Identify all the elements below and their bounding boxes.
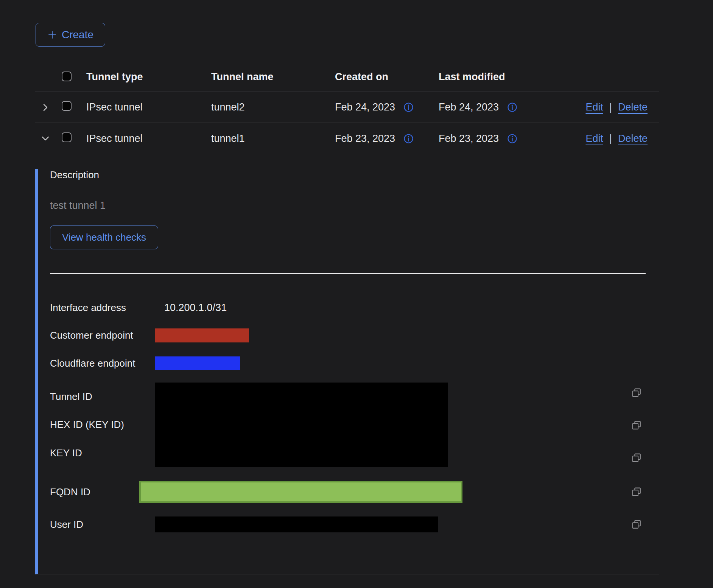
tunnels-page: Create Tunnel type Tunnel name Created o…	[0, 0, 713, 588]
view-health-checks-button[interactable]: View health checks	[50, 226, 158, 249]
interface-address-label: Interface address	[50, 302, 155, 314]
cell-last-modified: Feb 23, 2023	[439, 133, 499, 145]
copy-hex-id-button[interactable]	[631, 420, 642, 431]
cell-created-on: Feb 23, 2023	[335, 133, 395, 145]
actions-separator: |	[609, 101, 612, 113]
fqdn-id-redacted-value	[139, 481, 462, 503]
copy-user-id-button[interactable]	[631, 519, 642, 530]
cell-tunnel-name: tunnel1	[211, 133, 335, 145]
copy-tunnel-id-button[interactable]	[631, 387, 642, 398]
description-value: test tunnel 1	[50, 200, 646, 212]
cloudflare-endpoint-label: Cloudflare endpoint	[50, 358, 155, 369]
edit-link[interactable]: Edit	[585, 133, 603, 145]
select-all-checkbox[interactable]	[62, 72, 72, 81]
key-id-label: KEY ID	[50, 439, 155, 467]
cell-tunnel-name: tunnel2	[211, 101, 335, 113]
row-checkbox[interactable]	[62, 132, 72, 142]
copy-icon	[631, 387, 642, 398]
edit-link[interactable]: Edit	[585, 101, 603, 113]
fqdn-id-label: FQDN ID	[50, 486, 139, 498]
panel-divider	[50, 273, 646, 274]
detail-row-customer-endpoint: Customer endpoint	[50, 322, 646, 349]
copy-icon	[631, 519, 642, 530]
table-header-row: Tunnel type Tunnel name Created on Last …	[35, 62, 659, 92]
copy-icon	[631, 453, 642, 463]
cell-last-modified: Feb 24, 2023	[439, 101, 499, 113]
column-header-created-on: Created on	[335, 71, 439, 83]
copy-key-id-button[interactable]	[631, 453, 642, 463]
copy-icon	[631, 420, 642, 431]
delete-link[interactable]: Delete	[618, 101, 648, 113]
create-button[interactable]: Create	[36, 23, 105, 47]
detail-row-interface-address: Interface address 10.200.1.0/31	[50, 294, 646, 322]
detail-row-user-id: User ID	[50, 516, 646, 532]
cloudflare-endpoint-redacted-value	[155, 356, 240, 370]
user-id-label: User ID	[50, 519, 155, 530]
info-icon[interactable]	[507, 102, 517, 112]
cell-tunnel-type: IPsec tunnel	[86, 133, 211, 145]
cell-tunnel-type: IPsec tunnel	[86, 101, 211, 113]
description-label: Description	[50, 169, 646, 181]
delete-link[interactable]: Delete	[618, 133, 648, 145]
row-checkbox[interactable]	[62, 101, 72, 111]
create-button-label: Create	[62, 29, 93, 41]
chevron-down-icon	[40, 134, 50, 143]
plus-icon	[47, 30, 57, 40]
expand-row-button[interactable]	[40, 103, 50, 112]
detail-row-fqdn-id: FQDN ID	[50, 481, 646, 503]
detail-group-ids: Tunnel ID HEX ID (KEY ID) KEY ID	[50, 383, 646, 467]
copy-icon	[631, 487, 642, 497]
tunnels-table: Tunnel type Tunnel name Created on Last …	[35, 62, 659, 574]
table-row-tunnel2: IPsec tunnel tunnel2 Feb 24, 2023 Feb 24…	[35, 92, 659, 123]
customer-endpoint-redacted-value	[155, 328, 249, 342]
expanded-row-panel: Description test tunnel 1 View health ch…	[35, 169, 659, 574]
actions-separator: |	[609, 133, 612, 145]
ids-redacted-value	[155, 383, 448, 467]
column-header-last-modified: Last modified	[439, 71, 545, 83]
table-row-tunnel1: IPsec tunnel tunnel1 Feb 23, 2023 Feb 23…	[35, 123, 659, 154]
detail-row-cloudflare-endpoint: Cloudflare endpoint	[50, 349, 646, 377]
copy-fqdn-id-button[interactable]	[631, 487, 642, 497]
customer-endpoint-label: Customer endpoint	[50, 330, 155, 341]
cell-created-on: Feb 24, 2023	[335, 101, 395, 113]
info-icon[interactable]	[403, 102, 414, 112]
chevron-right-icon	[40, 103, 50, 112]
column-header-tunnel-name: Tunnel name	[211, 71, 335, 83]
tunnel-details: Interface address 10.200.1.0/31 Customer…	[50, 294, 646, 532]
info-icon[interactable]	[507, 134, 517, 144]
tunnel-id-label: Tunnel ID	[50, 383, 155, 411]
hex-id-label: HEX ID (KEY ID)	[50, 411, 155, 439]
column-header-tunnel-type: Tunnel type	[86, 71, 211, 83]
user-id-redacted-value	[155, 516, 438, 532]
collapse-row-button[interactable]	[40, 134, 50, 143]
interface-address-value: 10.200.1.0/31	[155, 302, 227, 314]
info-icon[interactable]	[403, 134, 414, 144]
